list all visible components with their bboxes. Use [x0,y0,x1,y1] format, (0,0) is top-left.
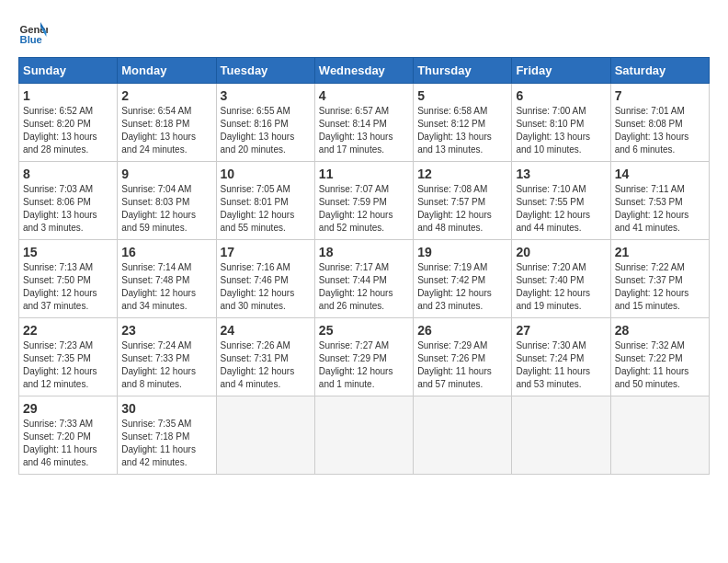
col-friday: Friday [512,58,610,84]
calendar-cell: 2 Sunrise: 6:54 AM Sunset: 8:18 PM Dayli… [118,84,216,162]
day-info: Sunrise: 7:07 AM Sunset: 7:59 PM Dayligh… [319,183,409,235]
day-number: 4 [319,88,409,103]
calendar-cell: 14 Sunrise: 7:11 AM Sunset: 7:53 PM Dayl… [610,162,709,240]
svg-text:Blue: Blue [20,34,42,45]
calendar-week-row: 29 Sunrise: 7:33 AM Sunset: 7:20 PM Dayl… [19,396,710,475]
day-info: Sunrise: 7:14 AM Sunset: 7:48 PM Dayligh… [121,261,211,313]
day-number: 8 [23,167,113,181]
calendar-cell: 29 Sunrise: 7:33 AM Sunset: 7:20 PM Dayl… [19,396,118,475]
day-info: Sunrise: 7:33 AM Sunset: 7:20 PM Dayligh… [23,418,113,469]
calendar-cell [512,396,610,475]
calendar-cell: 5 Sunrise: 6:58 AM Sunset: 8:12 PM Dayli… [414,84,512,162]
day-info: Sunrise: 7:19 AM Sunset: 7:42 PM Dayligh… [417,261,507,313]
day-number: 26 [417,323,507,338]
calendar-cell: 11 Sunrise: 7:07 AM Sunset: 7:59 PM Dayl… [314,162,413,240]
day-number: 27 [516,323,606,338]
day-number: 10 [221,167,311,181]
day-number: 23 [121,323,211,338]
logo-icon: General Blue [18,18,48,48]
calendar-cell: 4 Sunrise: 6:57 AM Sunset: 8:14 PM Dayli… [314,84,413,162]
day-info: Sunrise: 6:52 AM Sunset: 8:20 PM Dayligh… [23,105,113,156]
day-info: Sunrise: 7:23 AM Sunset: 7:35 PM Dayligh… [23,339,113,391]
calendar-week-row: 8 Sunrise: 7:03 AM Sunset: 8:06 PM Dayli… [19,162,710,240]
calendar-cell: 13 Sunrise: 7:10 AM Sunset: 7:55 PM Dayl… [512,162,610,240]
day-info: Sunrise: 6:58 AM Sunset: 8:12 PM Dayligh… [417,105,507,156]
day-info: Sunrise: 7:11 AM Sunset: 7:53 PM Dayligh… [615,183,705,235]
calendar-header-row: Sunday Monday Tuesday Wednesday Thursday… [19,58,710,84]
day-number: 22 [23,323,113,338]
calendar-cell: 24 Sunrise: 7:26 AM Sunset: 7:31 PM Dayl… [216,318,314,396]
col-tuesday: Tuesday [216,58,314,84]
day-number: 12 [417,167,507,181]
day-info: Sunrise: 7:13 AM Sunset: 7:50 PM Dayligh… [23,261,113,313]
calendar-cell: 27 Sunrise: 7:30 AM Sunset: 7:24 PM Dayl… [512,318,610,396]
calendar-cell: 19 Sunrise: 7:19 AM Sunset: 7:42 PM Dayl… [414,240,512,318]
day-number: 17 [221,245,311,259]
calendar-cell [216,396,314,475]
day-info: Sunrise: 7:00 AM Sunset: 8:10 PM Dayligh… [516,105,606,156]
day-number: 24 [221,323,311,338]
day-number: 29 [23,401,113,416]
day-number: 6 [516,88,606,103]
day-number: 9 [121,167,211,181]
calendar-cell [610,396,709,475]
calendar-cell: 8 Sunrise: 7:03 AM Sunset: 8:06 PM Dayli… [19,162,118,240]
calendar-cell: 1 Sunrise: 6:52 AM Sunset: 8:20 PM Dayli… [19,84,118,162]
calendar-cell: 30 Sunrise: 7:35 AM Sunset: 7:18 PM Dayl… [118,396,216,475]
calendar-table: Sunday Monday Tuesday Wednesday Thursday… [18,57,710,475]
day-number: 25 [319,323,409,338]
col-saturday: Saturday [610,58,709,84]
day-info: Sunrise: 7:29 AM Sunset: 7:26 PM Dayligh… [417,339,507,391]
day-number: 28 [615,323,705,338]
col-wednesday: Wednesday [314,58,413,84]
calendar-cell: 17 Sunrise: 7:16 AM Sunset: 7:46 PM Dayl… [216,240,314,318]
day-number: 1 [23,88,113,103]
day-number: 21 [615,245,705,259]
day-info: Sunrise: 7:04 AM Sunset: 8:03 PM Dayligh… [121,183,211,235]
day-info: Sunrise: 6:55 AM Sunset: 8:16 PM Dayligh… [221,105,311,156]
calendar-cell: 10 Sunrise: 7:05 AM Sunset: 8:01 PM Dayl… [216,162,314,240]
calendar-cell [314,396,413,475]
day-number: 16 [121,245,211,259]
day-info: Sunrise: 6:57 AM Sunset: 8:14 PM Dayligh… [319,105,409,156]
day-number: 30 [121,401,211,416]
day-info: Sunrise: 7:08 AM Sunset: 7:57 PM Dayligh… [417,183,507,235]
calendar-cell: 25 Sunrise: 7:27 AM Sunset: 7:29 PM Dayl… [314,318,413,396]
day-number: 3 [221,88,311,103]
day-number: 7 [615,88,705,103]
day-number: 11 [319,167,409,181]
day-number: 20 [516,245,606,259]
day-info: Sunrise: 7:20 AM Sunset: 7:40 PM Dayligh… [516,261,606,313]
day-info: Sunrise: 7:05 AM Sunset: 8:01 PM Dayligh… [221,183,311,235]
calendar-cell: 7 Sunrise: 7:01 AM Sunset: 8:08 PM Dayli… [610,84,709,162]
day-number: 15 [23,245,113,259]
day-number: 19 [417,245,507,259]
day-number: 2 [121,88,211,103]
calendar-cell: 23 Sunrise: 7:24 AM Sunset: 7:33 PM Dayl… [118,318,216,396]
calendar-cell: 9 Sunrise: 7:04 AM Sunset: 8:03 PM Dayli… [118,162,216,240]
day-info: Sunrise: 7:10 AM Sunset: 7:55 PM Dayligh… [516,183,606,235]
calendar-cell: 21 Sunrise: 7:22 AM Sunset: 7:37 PM Dayl… [610,240,709,318]
calendar-cell: 26 Sunrise: 7:29 AM Sunset: 7:26 PM Dayl… [414,318,512,396]
calendar-week-row: 22 Sunrise: 7:23 AM Sunset: 7:35 PM Dayl… [19,318,710,396]
day-info: Sunrise: 7:26 AM Sunset: 7:31 PM Dayligh… [221,339,311,391]
day-number: 13 [516,167,606,181]
day-info: Sunrise: 7:22 AM Sunset: 7:37 PM Dayligh… [615,261,705,313]
calendar-cell: 6 Sunrise: 7:00 AM Sunset: 8:10 PM Dayli… [512,84,610,162]
calendar-cell: 28 Sunrise: 7:32 AM Sunset: 7:22 PM Dayl… [610,318,709,396]
day-info: Sunrise: 7:03 AM Sunset: 8:06 PM Dayligh… [23,183,113,235]
calendar-cell: 15 Sunrise: 7:13 AM Sunset: 7:50 PM Dayl… [19,240,118,318]
day-number: 18 [319,245,409,259]
day-info: Sunrise: 6:54 AM Sunset: 8:18 PM Dayligh… [121,105,211,156]
calendar-cell: 12 Sunrise: 7:08 AM Sunset: 7:57 PM Dayl… [414,162,512,240]
day-number: 14 [615,167,705,181]
col-monday: Monday [118,58,216,84]
day-number: 5 [417,88,507,103]
day-info: Sunrise: 7:17 AM Sunset: 7:44 PM Dayligh… [319,261,409,313]
day-info: Sunrise: 7:35 AM Sunset: 7:18 PM Dayligh… [121,418,211,469]
calendar-cell: 3 Sunrise: 6:55 AM Sunset: 8:16 PM Dayli… [216,84,314,162]
calendar-cell: 20 Sunrise: 7:20 AM Sunset: 7:40 PM Dayl… [512,240,610,318]
col-thursday: Thursday [414,58,512,84]
calendar-body: 1 Sunrise: 6:52 AM Sunset: 8:20 PM Dayli… [19,84,710,475]
col-sunday: Sunday [19,58,118,84]
